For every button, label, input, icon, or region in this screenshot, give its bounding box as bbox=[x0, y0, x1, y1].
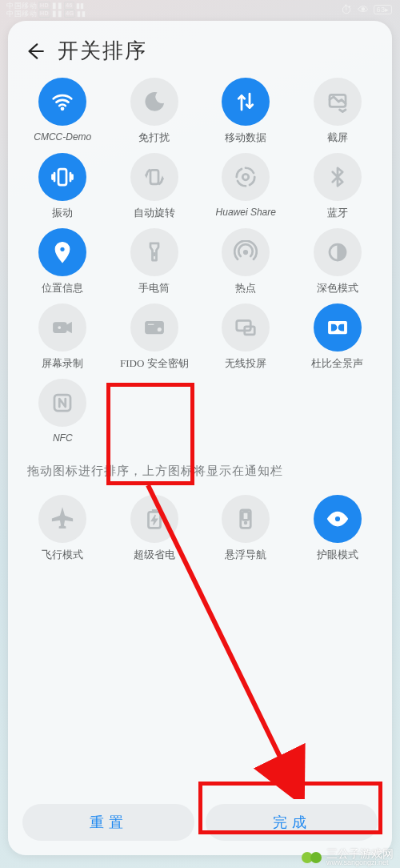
nfc-icon bbox=[38, 379, 86, 427]
page-header: 开关排序 bbox=[16, 34, 384, 74]
toggle-fido[interactable]: FIDO 安全密钥 bbox=[111, 303, 198, 371]
done-button[interactable]: 完成 bbox=[206, 804, 378, 841]
battery-icon: 63▸ bbox=[374, 5, 392, 14]
alarm-icon: ⏱ bbox=[341, 3, 353, 16]
toggle-label: 护眼模式 bbox=[317, 549, 358, 562]
toggle-dark-mode[interactable]: 深色模式 bbox=[294, 228, 382, 295]
record-icon bbox=[38, 303, 86, 352]
toggle-label: 手电筒 bbox=[138, 283, 170, 295]
eye-icon: 👁 bbox=[358, 3, 370, 16]
toggle-label: 悬浮导航 bbox=[225, 549, 266, 562]
toggle-wireless-prj[interactable]: 无线投屏 bbox=[202, 303, 290, 371]
toggle-label: 免打扰 bbox=[138, 132, 170, 145]
toggle-dolby[interactable]: 杜比全景声 bbox=[294, 303, 382, 371]
hotspot-icon bbox=[222, 228, 270, 276]
carrier-label-2: 中国移动 bbox=[6, 10, 37, 18]
status-carrier: 中国移动 HD ▮▮ 46 ▮▮ 中国移动 HD ▮▮ 4G ▮▮ bbox=[6, 2, 86, 18]
toggle-bluetooth[interactable]: 蓝牙 bbox=[294, 153, 382, 220]
toggle-label: 屏幕录制 bbox=[42, 358, 83, 371]
sig-strength-1: ▮▮ bbox=[76, 2, 85, 10]
svg-point-4 bbox=[243, 174, 250, 180]
toggle-auto-rotate[interactable]: 自动旋转 bbox=[111, 153, 198, 220]
watermark: 三公子游戏网 www.sangongzi.net bbox=[302, 848, 394, 866]
toggle-location[interactable]: 位置信息 bbox=[19, 228, 106, 295]
toggle-label: 截屏 bbox=[327, 132, 348, 145]
carrier-label-1: 中国移动 bbox=[6, 2, 37, 10]
reorder-hint: 拖动图标进行排序，上方图标将显示在通知栏 bbox=[16, 446, 384, 492]
arrow-left-icon bbox=[24, 41, 45, 62]
svg-point-21 bbox=[245, 521, 247, 524]
vibrate-icon bbox=[38, 153, 86, 201]
sig-strength-2: ▮▮ bbox=[77, 10, 86, 18]
page-title: 开关排序 bbox=[58, 37, 147, 65]
settings-card: 开关排序 CMCC-Demo免打扰移动数据截屏振动自动旋转Huawei Shar… bbox=[8, 21, 392, 855]
svg-rect-22 bbox=[243, 512, 250, 520]
screenshot-icon bbox=[314, 78, 362, 126]
floatnav-icon bbox=[222, 495, 270, 543]
watermark-text: 三公子游戏网 bbox=[326, 848, 394, 859]
reset-button[interactable]: 重置 bbox=[22, 804, 194, 841]
toggle-label: FIDO 安全密钥 bbox=[120, 358, 189, 371]
toggle-label: NFC bbox=[53, 433, 73, 446]
net-badge-2: 4G bbox=[64, 10, 75, 18]
toggle-label: 无线投屏 bbox=[225, 358, 266, 371]
hd-badge: HD bbox=[38, 2, 50, 10]
toggle-flashlight[interactable]: 手电筒 bbox=[111, 228, 198, 295]
toggle-nfc[interactable]: NFC bbox=[19, 379, 106, 446]
svg-rect-12 bbox=[147, 323, 154, 326]
rotate-icon bbox=[130, 153, 178, 201]
toggle-label: 深色模式 bbox=[317, 283, 358, 295]
airplane-icon bbox=[38, 495, 86, 543]
toggle-label: 飞行模式 bbox=[42, 549, 83, 562]
extra-toggle-grid: 飞行模式超级省电悬浮导航护眼模式 bbox=[16, 492, 384, 562]
fido-icon bbox=[130, 303, 178, 352]
back-button[interactable] bbox=[22, 39, 46, 63]
data-icon bbox=[222, 78, 270, 126]
moon-icon bbox=[130, 78, 178, 126]
share-icon bbox=[222, 153, 270, 201]
toggle-label: 振动 bbox=[52, 207, 73, 220]
bt-icon bbox=[314, 153, 362, 201]
svg-rect-3 bbox=[150, 170, 158, 184]
toggle-label: 自动旋转 bbox=[134, 207, 175, 220]
toggle-screenshot[interactable]: 截屏 bbox=[294, 78, 382, 145]
toggle-label: CMCC-Demo bbox=[34, 132, 91, 145]
toggle-label: Huawei Share bbox=[216, 207, 276, 220]
watermark-icon bbox=[302, 852, 322, 863]
toggle-power-save[interactable]: 超级省电 bbox=[111, 495, 198, 562]
toggle-label: 杜比全景声 bbox=[311, 358, 363, 371]
eye-icon bbox=[314, 495, 362, 543]
toggle-label: 超级省电 bbox=[134, 549, 175, 562]
toggle-airplane[interactable]: 飞行模式 bbox=[19, 495, 106, 562]
toggle-mobile-data[interactable]: 移动数据 bbox=[202, 78, 290, 145]
toggle-label: 蓝牙 bbox=[327, 207, 348, 220]
toggle-eye-comfort[interactable]: 护眼模式 bbox=[294, 495, 382, 562]
svg-point-10 bbox=[58, 326, 62, 330]
svg-rect-19 bbox=[152, 510, 156, 512]
wifi-icon bbox=[38, 78, 86, 126]
hd-badge-2: HD bbox=[38, 10, 50, 18]
sig-2: ▮▮ bbox=[52, 10, 62, 18]
svg-point-7 bbox=[244, 251, 248, 255]
toggle-floating-nav[interactable]: 悬浮导航 bbox=[202, 495, 290, 562]
svg-point-0 bbox=[62, 107, 65, 111]
toggle-dnd[interactable]: 免打扰 bbox=[111, 78, 198, 145]
toggle-label: 热点 bbox=[235, 283, 256, 295]
toggle-hotspot[interactable]: 热点 bbox=[202, 228, 290, 295]
toggle-wifi[interactable]: CMCC-Demo bbox=[19, 78, 106, 145]
powersave-icon bbox=[130, 495, 178, 543]
status-bar: 中国移动 HD ▮▮ 46 ▮▮ 中国移动 HD ▮▮ 4G ▮▮ ⏱ 👁 63… bbox=[0, 0, 400, 18]
status-right: ⏱ 👁 63▸ bbox=[341, 3, 392, 16]
watermark-url: www.sangongzi.net bbox=[326, 859, 394, 866]
svg-point-23 bbox=[334, 516, 341, 522]
toggle-vibrate[interactable]: 振动 bbox=[19, 153, 106, 220]
flashlight-icon bbox=[130, 228, 178, 276]
toggle-huawei-share[interactable]: Huawei Share bbox=[202, 153, 290, 220]
dolby-icon bbox=[314, 303, 362, 352]
darkmode-icon bbox=[314, 228, 362, 276]
toggle-screen-rec[interactable]: 屏幕录制 bbox=[19, 303, 106, 371]
svg-rect-2 bbox=[58, 169, 66, 185]
toggle-label: 位置信息 bbox=[42, 283, 83, 295]
net-badge-1: 46 bbox=[64, 2, 74, 10]
svg-point-5 bbox=[60, 247, 66, 252]
